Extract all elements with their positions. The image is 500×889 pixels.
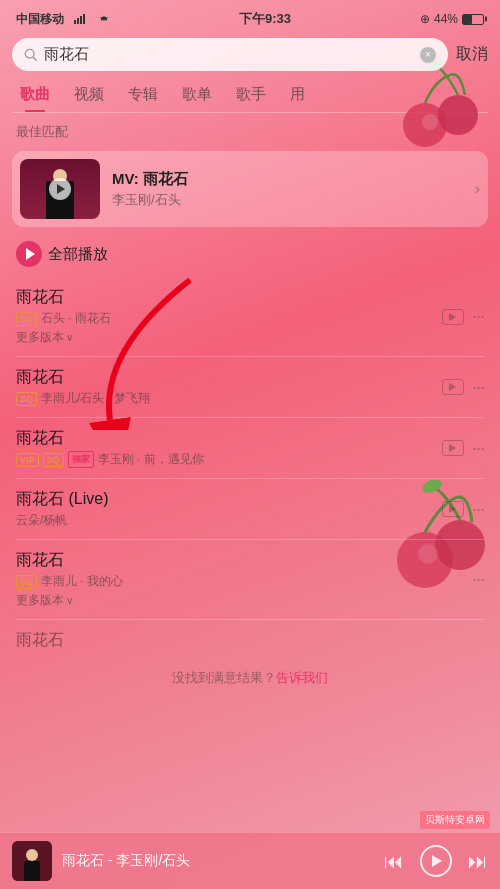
mv-icon-4[interactable] <box>442 501 464 517</box>
player-controls: ⏮ ⏭ <box>384 845 488 877</box>
chevron-down-icon-5: ∨ <box>66 595 73 606</box>
tag-sq-3: SQ <box>43 453 64 467</box>
mv-icon-1[interactable] <box>442 309 464 325</box>
tab-bar: 歌曲 视频 专辑 歌单 歌手 用 <box>0 77 500 112</box>
play-all-label: 全部播放 <box>48 245 108 264</box>
bottom-player-bar: 雨花石 - 李玉刚/石头 ⏮ ⏭ <box>0 832 500 889</box>
more-options-icon-4[interactable]: ··· <box>472 499 484 520</box>
tag-sq-1: SQ <box>16 312 37 326</box>
svg-rect-0 <box>74 20 76 24</box>
search-query: 雨花石 <box>44 45 414 64</box>
best-match-card[interactable]: MV: 雨花石 李玉刚/石头 › <box>12 151 488 227</box>
song-artist-1: 石头 · 雨花石 <box>41 310 111 327</box>
svg-point-16 <box>26 849 38 861</box>
charge-icon: ⊕ <box>420 12 430 26</box>
song-meta-4: 云朵/杨帆 <box>16 512 432 529</box>
carrier: 中国移动 <box>16 11 110 28</box>
best-match-artist: 李玉刚/石头 <box>112 191 463 209</box>
song-item-2[interactable]: 雨花石 SQ 李雨儿/石头 · 梦飞翔 ··· <box>0 357 500 417</box>
svg-rect-1 <box>77 18 79 24</box>
song-info-2: 雨花石 SQ 李雨儿/石头 · 梦飞翔 <box>16 367 432 407</box>
best-match-label: 最佳匹配 <box>0 113 500 147</box>
song-info-4: 雨花石 (Live) 云朵/杨帆 <box>16 489 432 529</box>
song-actions-3: ··· <box>442 438 484 459</box>
tag-exclusive-3: 独家 <box>68 451 94 468</box>
prev-button[interactable]: ⏮ <box>384 850 404 873</box>
search-clear-button[interactable]: × <box>420 47 436 63</box>
next-button[interactable]: ⏭ <box>468 850 488 873</box>
song-actions-1: ··· <box>442 306 484 327</box>
chevron-down-icon-1: ∨ <box>66 332 73 343</box>
svg-rect-2 <box>80 16 82 24</box>
play-overlay <box>49 178 71 200</box>
watermark: 贝斯特安卓网 <box>420 811 490 829</box>
mv-icon-2[interactable] <box>442 379 464 395</box>
play-icon <box>432 855 442 867</box>
player-cover-image <box>12 841 52 881</box>
not-found-text: 没找到满意结果？告诉我们 <box>0 661 500 695</box>
play-all-icon <box>16 241 42 267</box>
mv-icon-3[interactable] <box>442 440 464 456</box>
song-meta-1: SQ 石头 · 雨花石 <box>16 310 432 327</box>
tab-songs[interactable]: 歌曲 <box>8 77 62 112</box>
song-artist-2: 李雨儿/石头 · 梦飞翔 <box>41 390 150 407</box>
tab-playlists[interactable]: 歌单 <box>170 77 224 112</box>
tag-vip-3: VIP <box>16 453 39 467</box>
best-match-arrow-icon: › <box>475 180 480 198</box>
not-found-link[interactable]: 告诉我们 <box>276 670 328 685</box>
more-options-icon-5[interactable]: ··· <box>472 569 484 590</box>
more-options-icon-3[interactable]: ··· <box>472 438 484 459</box>
song-artist-4: 云朵/杨帆 <box>16 512 67 529</box>
tab-more[interactable]: 用 <box>278 77 317 112</box>
play-all-button[interactable]: 全部播放 <box>0 231 500 277</box>
song-item-6-partial: 雨花石 <box>0 620 500 661</box>
search-icon <box>24 48 38 62</box>
tab-artists[interactable]: 歌手 <box>224 77 278 112</box>
song-actions-5: ··· <box>472 569 484 590</box>
status-right: ⊕ 44% <box>420 12 484 26</box>
player-thumbnail[interactable] <box>12 841 52 881</box>
cancel-button[interactable]: 取消 <box>456 44 488 65</box>
song-item-1[interactable]: 雨花石 SQ 石头 · 雨花石 更多版本 ∨ ··· <box>0 277 500 356</box>
song-info-1: 雨花石 SQ 石头 · 雨花石 更多版本 ∨ <box>16 287 432 346</box>
more-options-icon-1[interactable]: ··· <box>472 306 484 327</box>
search-bar: 雨花石 × 取消 <box>0 32 500 77</box>
play-pause-button[interactable] <box>420 845 452 877</box>
song-actions-4: ··· <box>442 499 484 520</box>
song-actions-2: ··· <box>442 377 484 398</box>
best-match-thumbnail <box>20 159 100 219</box>
player-info: 雨花石 - 李玉刚/石头 <box>62 852 374 870</box>
tab-albums[interactable]: 专辑 <box>116 77 170 112</box>
song-title-4: 雨花石 (Live) <box>16 489 432 510</box>
song-item-4[interactable]: 雨花石 (Live) 云朵/杨帆 ··· <box>0 479 500 539</box>
song-meta-2: SQ 李雨儿/石头 · 梦飞翔 <box>16 390 432 407</box>
search-input-wrapper[interactable]: 雨花石 × <box>12 38 448 71</box>
song-info-5: 雨花石 SQ 李雨儿 · 我的心 更多版本 ∨ <box>16 550 462 609</box>
tag-sq-5: SQ <box>16 575 37 589</box>
tab-videos[interactable]: 视频 <box>62 77 116 112</box>
song-title-2: 雨花石 <box>16 367 432 388</box>
song-meta-3: VIP SQ 独家 李玉刚 · 前，遇见你 <box>16 451 432 468</box>
song-title-5: 雨花石 <box>16 550 462 571</box>
tag-sq-2: SQ <box>16 392 37 406</box>
song-item-5[interactable]: 雨花石 SQ 李雨儿 · 我的心 更多版本 ∨ ··· <box>0 540 500 619</box>
song-artist-3: 李玉刚 · 前，遇见你 <box>98 451 204 468</box>
more-versions-1[interactable]: 更多版本 ∨ <box>16 329 432 346</box>
song-info-3: 雨花石 VIP SQ 独家 李玉刚 · 前，遇见你 <box>16 428 432 468</box>
player-song-title: 雨花石 - 李玉刚/石头 <box>62 852 374 870</box>
song-title-3: 雨花石 <box>16 428 432 449</box>
more-options-icon-2[interactable]: ··· <box>472 377 484 398</box>
best-match-info: MV: 雨花石 李玉刚/石头 <box>112 170 463 209</box>
svg-rect-3 <box>83 14 85 24</box>
svg-rect-17 <box>24 861 40 881</box>
more-versions-5[interactable]: 更多版本 ∨ <box>16 592 462 609</box>
song-item-3[interactable]: 雨花石 VIP SQ 独家 李玉刚 · 前，遇见你 ··· <box>0 418 500 478</box>
song-meta-5: SQ 李雨儿 · 我的心 <box>16 573 462 590</box>
battery-icon <box>462 14 484 25</box>
best-match-title: MV: 雨花石 <box>112 170 463 189</box>
battery-percent: 44% <box>434 12 458 26</box>
song-title-1: 雨花石 <box>16 287 432 308</box>
status-bar: 中国移动 下午9:33 ⊕ 44% <box>0 0 500 32</box>
content-area: 最佳匹配 MV: 雨花石 李玉刚/石头 › 全部播放 雨花石 SQ 石头 · 雨… <box>0 113 500 765</box>
song-artist-5: 李雨儿 · 我的心 <box>41 573 123 590</box>
